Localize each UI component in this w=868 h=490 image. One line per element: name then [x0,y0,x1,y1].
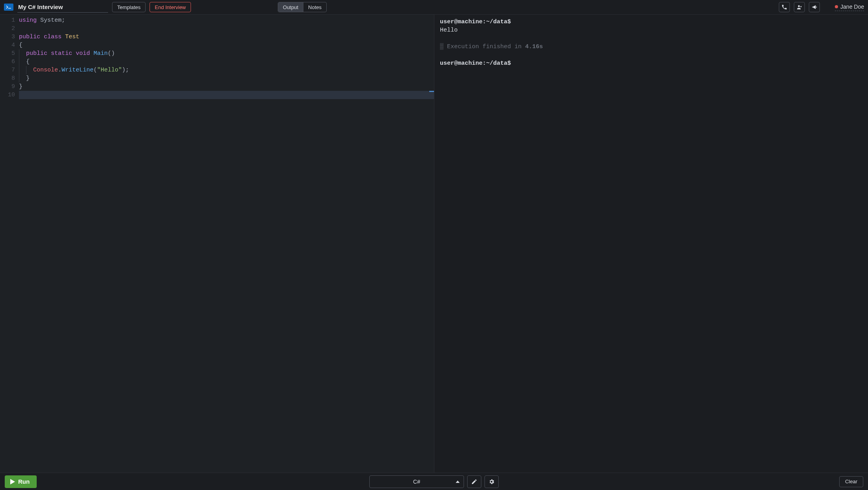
caret-up-icon [456,481,460,483]
templates-button[interactable]: Templates [112,2,146,12]
editor-pane: 12345678910 using System;public class Te… [0,14,434,473]
terminal-prompt-icon [6,5,11,9]
draw-button[interactable] [467,475,481,488]
output-pane: user@machine:~/data$Hello ▒ Execution fi… [434,14,868,473]
app-logo[interactable] [4,4,13,11]
pencil-icon [471,479,477,485]
gear-icon [488,479,495,485]
code-line[interactable]: } [19,83,434,91]
code-line[interactable]: using System; [19,16,434,24]
code-editor[interactable]: 12345678910 using System;public class Te… [0,15,434,473]
code-line[interactable]: Console.WriteLine("Hello"); [19,66,434,74]
code-line[interactable] [19,91,434,99]
code-line[interactable]: { [19,41,434,49]
presence-dot-icon [835,5,838,8]
phone-icon [782,4,787,10]
play-icon [10,479,15,484]
tab-output[interactable]: Output [278,2,303,12]
end-interview-button[interactable]: End Interview [150,2,191,12]
megaphone-icon [812,4,817,10]
user-name: Jane Doe [840,4,864,10]
code-line[interactable]: } [19,74,434,83]
line-number-gutter: 12345678910 [0,15,17,473]
language-select[interactable]: C# [369,475,464,488]
code-line[interactable]: public static void Main() [19,49,434,58]
right-panel-tabs: Output Notes [278,2,327,12]
svg-point-1 [798,5,800,7]
code-line[interactable]: public class Test [19,33,434,41]
call-button[interactable] [779,2,790,12]
settings-button[interactable] [485,475,499,488]
invite-button[interactable] [794,2,805,12]
run-button[interactable]: Run [5,475,37,488]
language-select-value: C# [413,479,420,485]
code-line[interactable]: { [19,58,434,66]
announce-button[interactable] [809,2,820,12]
code-area[interactable]: using System;public class Test{ public s… [17,15,434,473]
add-user-icon [797,4,802,10]
code-line[interactable] [19,24,434,33]
terminal-output[interactable]: user@machine:~/data$Hello ▒ Execution fi… [434,15,868,473]
run-button-label: Run [18,478,30,485]
user-presence[interactable]: Jane Doe [835,4,864,11]
interview-title-input[interactable] [17,2,108,13]
tab-notes[interactable]: Notes [303,2,326,12]
clear-output-button[interactable]: Clear [839,476,863,487]
